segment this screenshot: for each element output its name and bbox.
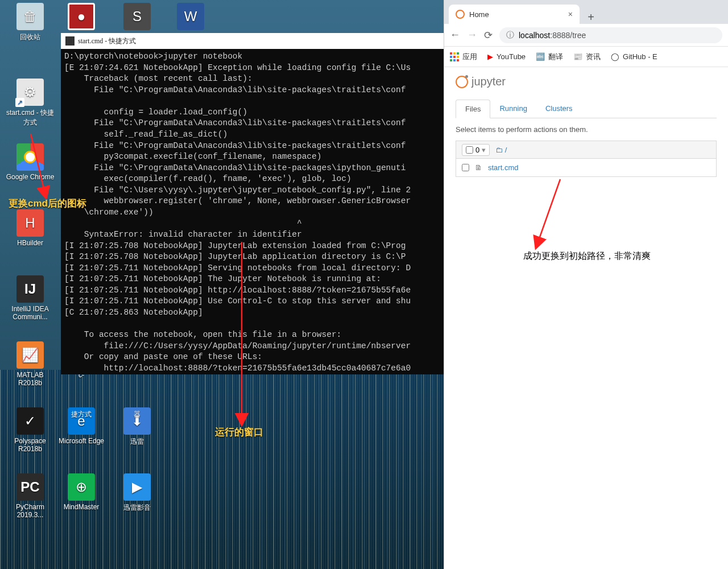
desktop-icon-chrome[interactable]: Google Chrome [6, 143, 55, 181]
icon-label: 回收站 [6, 32, 55, 42]
youtube-icon: ▶ [487, 52, 493, 61]
selected-count: 0 [475, 146, 479, 154]
polyspace-icon: ✓ [16, 407, 44, 435]
icon-label: PyCharm 2019.3... [6, 503, 55, 519]
file-icon: 🗎 [475, 163, 482, 172]
icon-label: 迅雷影音 [113, 503, 162, 513]
apps-label: 应用 [462, 52, 477, 62]
url-field[interactable]: ⓘ localhost:8888/tree [499, 27, 722, 43]
jupyter-logo-icon [456, 76, 468, 88]
icon-label: Microsoft Edge [57, 437, 106, 445]
bookmark-github[interactable]: ◯GitHub - E [611, 52, 657, 61]
bookmark-label: GitHub - E [623, 52, 657, 61]
file-link[interactable]: start.cmd [488, 163, 518, 172]
new-tab-button[interactable]: + [584, 11, 598, 24]
jupyter-tabs: Files Running Clusters [456, 100, 717, 118]
jupyter-logo[interactable]: jupyter [456, 75, 717, 88]
close-icon[interactable]: × [568, 10, 573, 19]
icon-label: 迅雷 [113, 437, 162, 447]
tab-title: Home [469, 10, 489, 19]
desktop-icon-q[interactable]: 器 [113, 380, 162, 419]
browser-window[interactable]: Home × + ← → ⟳ ⓘ localhost:8888/tree 应用 … [444, 0, 728, 569]
url-host: localhost [519, 31, 550, 40]
cmd-window[interactable]: start.cmd - 快捷方式 D:\pytorch\notebook>jup… [61, 33, 444, 374]
icon-label: Google Chrome [6, 173, 55, 181]
cmd-titlebar[interactable]: start.cmd - 快捷方式 [61, 33, 444, 49]
reload-button[interactable]: ⟳ [484, 29, 493, 42]
desktop-icon-pycharm[interactable]: PCPyCharm 2019.3... [6, 473, 55, 519]
icon-label: 捷方式 [57, 410, 106, 419]
matlab-icon: 📈 [16, 341, 44, 369]
icon-label: HBuilder [6, 239, 55, 247]
tab-clusters[interactable]: Clusters [536, 100, 582, 118]
desktop-icon-intellij[interactable]: IJIntelliJ IDEA Communi... [6, 275, 55, 321]
bookmark-youtube[interactable]: ▶YouTube [487, 52, 526, 61]
bookmarks-bar: 应用 ▶YouTube 🔤翻译 📰资讯 ◯GitHub - E [444, 47, 728, 67]
cmd-title-text: start.cmd - 快捷方式 [78, 36, 136, 46]
apps-button[interactable]: 应用 [450, 52, 477, 62]
bookmark-news[interactable]: 📰资讯 [573, 52, 601, 62]
jupyter-hint: Select items to perform actions on them. [456, 125, 717, 134]
icon-label: 器 [113, 410, 162, 419]
address-bar: ← → ⟳ ⓘ localhost:8888/tree [444, 24, 728, 47]
cmd-output: D:\pytorch\notebook>jupyter notebook [E … [61, 49, 444, 374]
annotation-1: 更换cmd后的图标 [9, 197, 86, 210]
red-icon: ● [68, 3, 95, 30]
desktop-icon-recycle[interactable]: 🗑回收站 [6, 3, 55, 42]
tab-running[interactable]: Running [490, 100, 536, 118]
tab-files[interactable]: Files [456, 100, 490, 118]
shortcut-icon: ⚙ [16, 79, 44, 106]
desktop-icon-word[interactable]: W [166, 3, 215, 32]
tab-home[interactable]: Home × [449, 5, 580, 24]
folder-icon: 🗀 [495, 146, 503, 154]
breadcrumb-root-text: / [505, 146, 507, 154]
desktop-icon-polyspace[interactable]: ✓Polyspace R2018b [6, 407, 55, 453]
back-button[interactable]: ← [450, 29, 460, 41]
jupyter-toolbar: 0 ▾ 🗀 / [456, 141, 717, 159]
news-icon: 📰 [573, 52, 582, 61]
bookmark-translate[interactable]: 🔤翻译 [536, 52, 563, 62]
translate-icon: 🔤 [536, 52, 545, 61]
chevron-down-icon[interactable]: ▾ [482, 146, 486, 154]
mindmaster-icon: ⊕ [68, 473, 95, 501]
file-checkbox[interactable] [462, 164, 469, 171]
desktop-icon-xlyy[interactable]: ▶迅雷影音 [113, 473, 162, 513]
github-icon: ◯ [611, 52, 619, 61]
apps-icon [450, 52, 459, 61]
desktop-icon-mindmaster[interactable]: ⊕MindMaster [57, 473, 106, 511]
icon-label: IntelliJ IDEA Communi... [6, 305, 55, 321]
desktop-icon-hbuilder[interactable]: HHBuilder [6, 209, 55, 247]
desktop-icon-sublime[interactable]: S [113, 3, 162, 32]
q-icon [123, 380, 151, 407]
select-all-input[interactable] [466, 146, 473, 154]
chrome-icon [16, 143, 44, 171]
xlyy-icon: ▶ [123, 473, 151, 501]
file-row[interactable]: 🗎 start.cmd [456, 159, 717, 177]
tab-strip: Home × + [444, 0, 728, 24]
desktop-icon-matlab[interactable]: 📈MATLAB R2018b [6, 341, 55, 387]
select-all-checkbox[interactable]: 0 ▾ [462, 144, 490, 156]
hbuilder-icon: H [16, 209, 44, 237]
icon-label: Polyspace R2018b [6, 437, 55, 453]
pycharm-icon: PC [16, 473, 44, 501]
icon-label: MindMaster [57, 503, 106, 511]
recycle-icon: 🗑 [16, 3, 44, 30]
desktop-icon-j[interactable]: 捷方式 [57, 380, 106, 419]
site-info-icon[interactable]: ⓘ [506, 30, 514, 40]
icon-label: start.cmd - 快捷方式 [6, 108, 55, 127]
j-icon [68, 380, 95, 407]
cmd-icon [65, 36, 75, 46]
jupyter-logo-text: jupyter [471, 75, 506, 88]
bookmark-label: 资讯 [586, 52, 601, 62]
intellij-icon: IJ [16, 275, 44, 303]
breadcrumb-root[interactable]: 🗀 / [495, 146, 507, 154]
forward-button: → [467, 29, 477, 41]
desktop-icon-shortcut[interactable]: ⚙start.cmd - 快捷方式 [6, 79, 55, 127]
annotation-3: 成功更换到初始路径，非常清爽 [523, 250, 651, 262]
word-icon: W [177, 3, 204, 30]
icon-label: MATLAB R2018b [6, 371, 55, 387]
bookmark-label: YouTube [497, 52, 526, 61]
sublime-icon: S [123, 3, 151, 30]
jupyter-favicon [456, 10, 465, 19]
jupyter-page: jupyter Files Running Clusters Select it… [444, 67, 728, 185]
